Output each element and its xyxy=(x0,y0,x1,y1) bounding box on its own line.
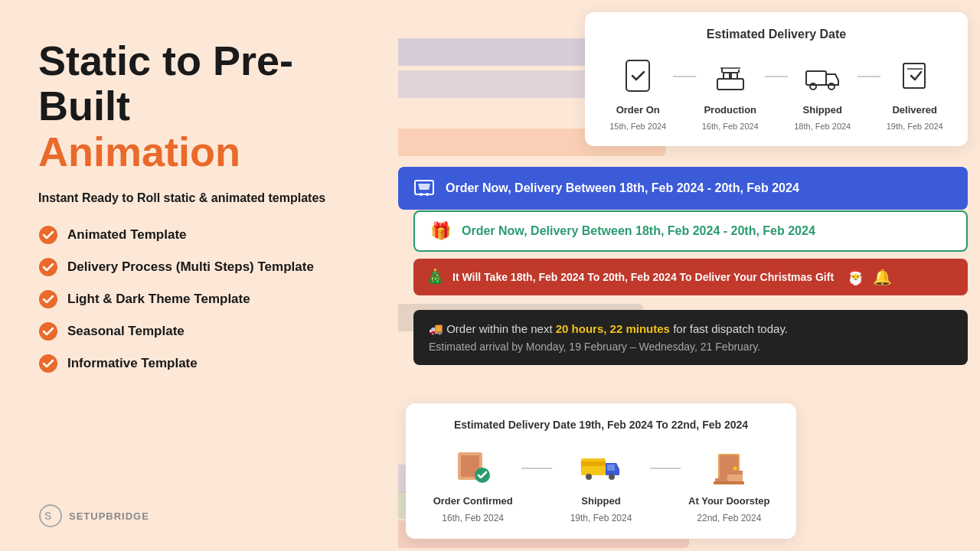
tree-icon: 🎄 xyxy=(426,268,445,286)
order-confirmed-icon xyxy=(450,443,496,489)
step-delivered: Delivered 19th, Feb 2024 xyxy=(880,55,950,131)
banner-christmas-text: It Will Take 18th, Feb 2024 To 20th, Feb… xyxy=(452,271,834,283)
bell-icon: 🔔 xyxy=(873,268,892,286)
step-line-3 xyxy=(858,76,880,77)
svg-point-3 xyxy=(39,322,57,341)
bottom-step-shipped: Shipped 19th, Feb 2024 xyxy=(552,443,649,523)
bottom-step-doorstep: At Your Doorstep 22nd, Feb 2024 xyxy=(681,443,778,523)
bottom-step-line-2 xyxy=(650,468,681,469)
banner-green: 🎁 Order Now, Delivery Between 18th, Feb … xyxy=(413,210,968,252)
bottom-steps-row: Order Confirmed 16th, Feb 2024 Shipped xyxy=(424,443,778,523)
banner-green-text: Order Now, Delivery Between 18th, Feb 20… xyxy=(462,224,815,238)
bottom-step-date-confirmed: 16th, Feb 2024 xyxy=(442,513,504,523)
step-line-2 xyxy=(765,76,788,77)
svg-point-28 xyxy=(586,474,592,480)
brand-icon: S xyxy=(38,504,63,528)
feature-label-informative: Informative Template xyxy=(67,356,198,371)
step-production: Production 16th, Feb 2024 xyxy=(696,55,766,131)
svg-rect-14 xyxy=(806,71,826,85)
step-date-delivered: 19th, Feb 2024 xyxy=(887,122,943,131)
step-name-order-on: Order On xyxy=(616,104,660,116)
features-list: Animated Template Delivery Process (Mult… xyxy=(38,225,368,373)
feature-label-seasonal: Seasonal Template xyxy=(67,324,185,339)
hero-title-line1: Static to Pre-Built xyxy=(38,37,293,129)
svg-text:S: S xyxy=(44,510,51,522)
svg-rect-7 xyxy=(626,60,649,91)
svg-rect-27 xyxy=(607,465,615,471)
bottom-step-order-confirmed: Order Confirmed 16th, Feb 2024 xyxy=(424,443,521,523)
feature-label-delivery: Delivery Process (Multi Steps) Template xyxy=(67,259,314,275)
feature-item-theme: Light & Dark Theme Template xyxy=(38,289,368,309)
gift-icon-green: 🎁 xyxy=(430,221,451,241)
steps-row: Order On 15th, Feb 2024 xyxy=(603,55,949,131)
feature-label-animated: Animated Template xyxy=(67,227,187,243)
step-name-production: Production xyxy=(704,104,756,116)
bottom-step-name-shipped: Shipped xyxy=(581,495,620,507)
bottom-shipped-icon xyxy=(578,443,624,489)
step-order-on: Order On 15th, Feb 2024 xyxy=(603,55,673,131)
feature-item-informative: Informative Template xyxy=(38,354,368,373)
svg-rect-9 xyxy=(724,73,730,79)
step-icon-delivered xyxy=(893,55,936,98)
step-shipped: Shipped 18th, Feb 2024 xyxy=(788,55,858,131)
svg-rect-25 xyxy=(581,458,606,475)
production-icon xyxy=(711,57,750,96)
dark-line1-highlight: 20 hours, 22 minutes xyxy=(556,322,670,335)
step-date-shipped: 18th, Feb 2024 xyxy=(794,122,851,131)
hero-title-line2: Animation xyxy=(38,129,368,174)
bottom-step-name-confirmed: Order Confirmed xyxy=(433,495,513,507)
step-date-production: 16th, Feb 2024 xyxy=(702,122,759,131)
step-icon-shipped xyxy=(801,55,844,98)
bottom-step-line-1 xyxy=(521,468,552,469)
svg-rect-10 xyxy=(731,73,737,79)
banner-blue-text: Order Now, Delivery Between 18th, Feb 20… xyxy=(446,181,799,195)
check-icon-informative xyxy=(38,354,58,373)
bottom-delivery-card: Estimated Delivery Date 19th, Feb 2024 T… xyxy=(406,403,796,539)
check-icon-delivery xyxy=(38,257,58,277)
check-icon-animated xyxy=(38,225,58,245)
subtitle: Instant Ready to Roll static & animated … xyxy=(38,191,368,205)
svg-point-29 xyxy=(609,474,615,480)
feature-label-theme: Light & Dark Theme Template xyxy=(67,292,250,307)
doorstep-icon xyxy=(706,443,752,489)
svg-rect-36 xyxy=(727,471,743,474)
shipped-icon xyxy=(803,57,841,96)
step-icon-production xyxy=(709,55,752,98)
santa-icon: 🎅 xyxy=(846,268,865,286)
step-name-shipped: Shipped xyxy=(803,104,842,116)
svg-point-4 xyxy=(39,354,57,373)
check-icon-seasonal xyxy=(38,321,58,341)
svg-point-32 xyxy=(733,467,737,471)
feature-item-animated: Animated Template xyxy=(38,225,368,245)
svg-point-2 xyxy=(39,290,57,308)
banner-dark-line1: 🚚 Order within the next 20 hours, 22 min… xyxy=(429,322,952,336)
order-on-icon xyxy=(619,57,657,96)
svg-rect-17 xyxy=(903,64,925,88)
svg-point-0 xyxy=(39,226,57,244)
banner-dark-line2: Estimated arrival by Monday, 19 February… xyxy=(429,341,952,353)
svg-rect-26 xyxy=(581,461,606,466)
svg-point-1 xyxy=(39,258,57,276)
step-name-delivered: Delivered xyxy=(892,104,937,116)
banner-christmas: 🎄 It Will Take 18th, Feb 2024 To 20th, F… xyxy=(413,259,968,295)
banner-blue: Order Now, Delivery Between 18th, Feb 20… xyxy=(398,167,968,210)
svg-rect-33 xyxy=(714,481,744,484)
bottom-step-date-shipped: 19th, Feb 2024 xyxy=(570,513,632,523)
truck-emoji: 🚚 xyxy=(429,322,446,335)
feature-item-seasonal: Seasonal Template xyxy=(38,321,368,341)
step-line-1 xyxy=(673,76,696,77)
bottom-step-date-doorstep: 22nd, Feb 2024 xyxy=(697,513,761,523)
page-wrapper: Static to Pre-Built Animation Instant Re… xyxy=(0,0,980,551)
bottom-card-title: Estimated Delivery Date 19th, Feb 2024 T… xyxy=(424,419,778,431)
svg-rect-8 xyxy=(717,79,743,90)
cart-icon-blue xyxy=(413,178,435,199)
hero-title: Static to Pre-Built Animation xyxy=(38,38,368,174)
step-icon-order-on xyxy=(616,55,659,98)
step-date-order-on: 15th, Feb 2024 xyxy=(609,122,666,131)
right-panel: Estimated Delivery Date Order On 15th, F… xyxy=(398,0,980,551)
brand-logo: S SETUPBRIDGE xyxy=(38,504,149,528)
card-title: Estimated Delivery Date xyxy=(603,28,949,41)
svg-point-21 xyxy=(426,193,429,196)
left-panel: Static to Pre-Built Animation Instant Re… xyxy=(0,0,398,551)
delivery-steps-card: Estimated Delivery Date Order On 15th, F… xyxy=(585,12,968,146)
